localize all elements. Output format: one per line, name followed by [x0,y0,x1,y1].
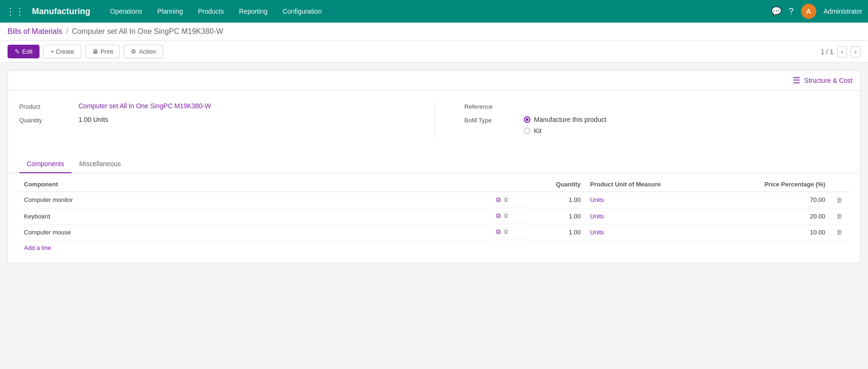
bom-type-radio-group: Manufacture this product Kit [524,116,607,135]
tabs-bar: Components Miscellaneous [8,155,860,173]
breadcrumb-parent[interactable]: Bills of Materials [8,27,62,36]
row-actions: ⧉ 0 [491,208,529,224]
user-avatar[interactable]: A [801,4,816,19]
product-value[interactable]: Computer set All In One SingPC M19K380-W [79,102,211,110]
row-delete[interactable]: 🗑 [830,208,849,224]
col-header-uom: Product Unit of Measure [585,177,726,192]
row-quantity: 1.00 [529,208,585,224]
row-price-pct: 10.00 [726,224,830,240]
row-flag: 0 [505,229,508,235]
tab-miscellaneous[interactable]: Miscellaneous [71,155,128,173]
row-quantity: 1.00 [529,192,585,209]
chat-icon[interactable]: 💬 [771,6,781,16]
pagination: 1 / 1 ‹ › [821,46,860,57]
table-row: Keyboard ⧉ 0 1.00 Units 20.00 🗑 [19,208,849,224]
component-name[interactable]: Keyboard [19,208,491,224]
edit-label: Edit [22,48,32,55]
table-row: Computer mouse ⧉ 0 1.00 Units 10.00 🗑 [19,224,849,240]
bom-type-manufacture[interactable]: Manufacture this product [524,116,607,123]
toolbar: ✎ Edit + Create 🖶 Print ⚙ Action 1 / 1 ‹… [0,41,868,63]
product-section: Product Computer set All In One SingPC M… [19,102,404,140]
nav-right: 💬 ? A Administrator [771,4,862,19]
breadcrumb-separator: / [66,27,68,36]
row-uom[interactable]: Units [585,192,726,209]
quantity-value: 1.00 Units [79,116,108,123]
row-actions: ⧉ 0 [491,224,529,240]
nav-item-products[interactable]: Products [191,5,230,18]
gear-icon: ⚙ [131,48,136,55]
components-table-wrapper: Component Quantity Product Unit of Measu… [8,177,860,263]
create-button[interactable]: + Create [43,45,81,58]
quantity-field-row: Quantity 1.00 Units [19,116,404,124]
form-fields-row: Product Computer set All In One SingPC M… [19,102,849,140]
form-card-header: ☰ Structure & Cost [8,71,860,91]
copy-icon[interactable]: ⧉ [496,212,501,220]
reference-label: Reference [465,102,516,110]
pagination-text: 1 / 1 [821,48,833,56]
structure-cost-label: Structure & Cost [804,77,852,84]
print-label: Print [101,48,113,55]
row-price-pct: 20.00 [726,208,830,224]
nav-item-planning[interactable]: Planning [150,5,189,18]
row-delete[interactable]: 🗑 [830,224,849,240]
tab-components[interactable]: Components [19,155,71,173]
components-table: Component Quantity Product Unit of Measu… [19,177,849,241]
col-header-delete [830,177,849,192]
add-line-label: Add a line [24,244,51,251]
row-uom[interactable]: Units [585,208,726,224]
component-name[interactable]: Computer mouse [19,224,491,240]
row-flag: 0 [505,213,508,219]
radio-dot-kit [524,128,530,134]
bom-type-label: BoM Type [465,116,516,124]
nav-item-configuration[interactable]: Configuration [276,5,328,18]
bom-type-kit[interactable]: Kit [524,127,607,135]
quantity-label: Quantity [19,116,71,124]
col-header-component: Component [19,177,491,192]
help-icon[interactable]: ? [789,7,794,16]
row-actions: ⧉ 0 [491,192,529,208]
breadcrumb-current: Computer set All In One SingPC M19K380-W [72,27,223,36]
copy-icon[interactable]: ⧉ [496,196,501,204]
pagination-prev[interactable]: ‹ [837,46,847,57]
col-header-actions [491,177,529,192]
component-name[interactable]: Computer monitor [19,192,491,209]
table-row: Computer monitor ⧉ 0 1.00 Units 70.00 🗑 [19,192,849,209]
pagination-next[interactable]: › [851,46,860,57]
grid-icon[interactable]: ⋮⋮ [6,6,24,17]
add-line-button[interactable]: Add a line [19,241,56,255]
action-button[interactable]: ⚙ Action [124,45,163,58]
main-content: ☰ Structure & Cost Product Computer set … [0,63,868,271]
row-delete[interactable]: 🗑 [830,192,849,209]
menu-lines-icon: ☰ [793,75,800,86]
nav-items: Operations Planning Products Reporting C… [103,5,767,18]
bom-type-field-row: BoM Type Manufacture this product Kit [465,116,849,135]
edit-icon: ✎ [15,48,20,55]
action-label: Action [139,48,156,55]
row-quantity: 1.00 [529,224,585,240]
reference-bom-section: Reference BoM Type Manufacture this prod… [465,102,849,140]
user-name: Administrator [824,8,862,15]
nav-item-operations[interactable]: Operations [103,5,149,18]
nav-item-reporting[interactable]: Reporting [232,5,274,18]
manufacture-label: Manufacture this product [534,116,607,123]
row-uom[interactable]: Units [585,224,726,240]
print-icon: 🖶 [92,48,98,55]
reference-field-row: Reference [465,102,849,110]
copy-icon[interactable]: ⧉ [496,228,501,236]
delete-icon[interactable]: 🗑 [836,212,843,220]
row-price-pct: 70.00 [726,192,830,209]
top-navigation: ⋮⋮ Manufacturing Operations Planning Pro… [0,0,868,23]
edit-button[interactable]: ✎ Edit [8,45,39,58]
structure-cost-button[interactable]: ☰ Structure & Cost [793,75,852,86]
radio-dot-manufacture [524,116,530,123]
delete-icon[interactable]: 🗑 [836,196,843,204]
row-flag: 0 [505,197,508,203]
app-title: Manufacturing [32,7,90,16]
delete-icon[interactable]: 🗑 [836,228,843,236]
form-card: ☰ Structure & Cost Product Computer set … [8,70,860,263]
col-header-price-pct: Price Percentage (%) [726,177,830,192]
product-label: Product [19,102,71,110]
kit-label: Kit [534,127,542,135]
col-header-quantity: Quantity [529,177,585,192]
print-button[interactable]: 🖶 Print [85,45,120,58]
